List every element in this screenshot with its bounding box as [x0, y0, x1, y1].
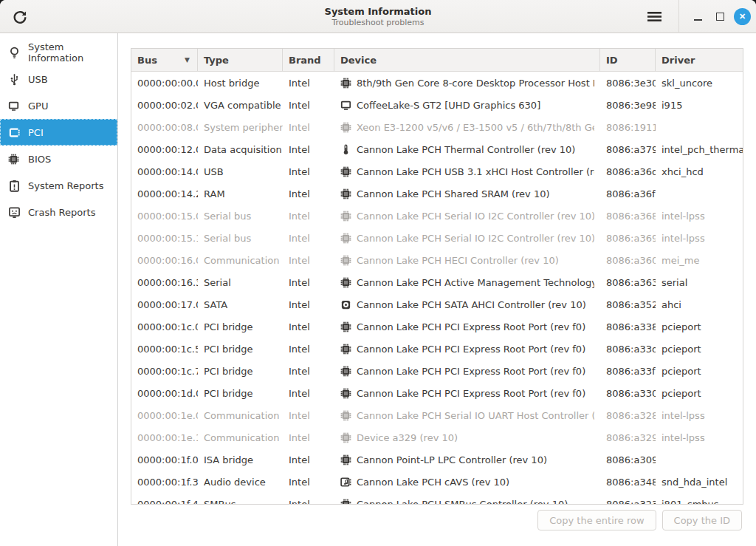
sidebar-item-crash-reports[interactable]: Crash Reports	[0, 199, 117, 225]
cell-type: Communication	[198, 249, 283, 271]
cell-driver: intel-lpss	[656, 227, 743, 249]
content-area: Bus ▼ Type Brand Device ID Driver 0000:0…	[118, 33, 756, 546]
cell-driver: pcieport	[656, 315, 743, 338]
cell-type: Serial bus	[198, 227, 283, 249]
cell-bus: 0000:00:1e.0	[131, 404, 198, 426]
cell-type: PCI bridge	[198, 360, 283, 382]
cell-id: 8086:1911	[600, 116, 656, 138]
cell-bus: 0000:00:15.1	[131, 227, 198, 249]
table-row[interactable]: 0000:00:02.0 VGA compatible Intel Coffee…	[131, 94, 743, 116]
table-row[interactable]: 0000:00:1e.1 Communication Intel Device …	[131, 426, 743, 448]
table-row[interactable]: 0000:00:1f.3 Audio device Intel Cannon L…	[131, 471, 743, 493]
cell-brand: Intel	[283, 72, 334, 94]
close-button[interactable]: ✕	[734, 8, 751, 25]
copy-id-button[interactable]: Copy the ID	[662, 510, 742, 530]
table-row[interactable]: 0000:00:1d.0 PCI bridge Intel Cannon Lak…	[131, 382, 743, 404]
cell-id: 8086:a348	[600, 471, 656, 493]
table-row[interactable]: 0000:00:1e.0 Communication Intel Cannon …	[131, 404, 743, 426]
menu-button[interactable]	[640, 4, 668, 28]
cell-brand: Intel	[283, 227, 334, 249]
cell-bus: 0000:00:1f.4	[131, 493, 198, 505]
footer-actions: Copy the entire row Copy the ID	[537, 510, 742, 530]
maximize-icon	[716, 13, 724, 21]
cell-bus: 0000:00:1c.5	[131, 338, 198, 360]
cell-id: 8086:a328	[600, 404, 656, 426]
cell-driver: pcieport	[656, 338, 743, 360]
cell-bus: 0000:00:1c.7	[131, 360, 198, 382]
chip-icon	[340, 277, 351, 288]
cell-device: Cannon Lake PCH PCI Express Root Port (r…	[334, 338, 600, 360]
sidebar-item-pci[interactable]: PCI	[0, 119, 117, 146]
sidebar-item-label: BIOS	[28, 154, 51, 165]
cell-device: CoffeeLake-S GT2 [UHD Graphics 630]	[334, 94, 600, 116]
cell-bus: 0000:00:14.2	[131, 182, 198, 205]
cell-id: 8086:a363	[600, 271, 656, 293]
cell-brand: Intel	[283, 182, 334, 205]
cell-id: 8086:a379	[600, 138, 656, 160]
table-row[interactable]: 0000:00:17.0 SATA Intel Cannon Lake PCH …	[131, 293, 743, 315]
column-header-type[interactable]: Type	[198, 49, 283, 71]
table-row[interactable]: 0000:00:1c.7 PCI bridge Intel Cannon Lak…	[131, 360, 743, 382]
table-row[interactable]: 0000:00:1f.0 ISA bridge Intel Cannon Poi…	[131, 448, 743, 471]
cell-device: Cannon Lake PCH PCI Express Root Port (r…	[334, 315, 600, 338]
cell-id: 8086:a36d	[600, 160, 656, 182]
refresh-button[interactable]	[9, 6, 31, 28]
minimize-icon	[694, 19, 702, 21]
cell-brand: Intel	[283, 271, 334, 293]
display-icon	[8, 100, 21, 112]
table-row[interactable]: 0000:00:1c.5 PCI bridge Intel Cannon Lak…	[131, 338, 743, 360]
chip-icon	[340, 166, 351, 177]
table-row[interactable]: 0000:00:12.0 Data acquisition Intel Cann…	[131, 138, 743, 160]
table-row[interactable]: 0000:00:16.3 Serial Intel Cannon Lake PC…	[131, 271, 743, 293]
cell-device: Cannon Lake PCH cAVS (rev 10)	[334, 471, 600, 493]
sidebar: System Information USB GPU PCI BIOS Syst…	[0, 33, 118, 546]
column-header-id[interactable]: ID	[600, 49, 656, 71]
table-row[interactable]: 0000:00:1c.0 PCI bridge Intel Cannon Lak…	[131, 315, 743, 338]
cell-type: System peripheral	[198, 116, 283, 138]
table-row[interactable]: 0000:00:15.1 Serial bus Intel Cannon Lak…	[131, 227, 743, 249]
cell-device: Cannon Lake PCH SATA AHCI Controller (re…	[334, 293, 600, 315]
sidebar-item-gpu[interactable]: GPU	[0, 92, 117, 119]
cell-brand: Intel	[283, 138, 334, 160]
table-row[interactable]: 0000:00:08.0 System peripheral Intel Xeo…	[131, 116, 743, 138]
headerbar: System Information Troubleshoot problems	[0, 0, 756, 33]
maximize-button[interactable]	[709, 5, 731, 27]
window-title: System Information	[325, 6, 432, 17]
sidebar-item-bios[interactable]: BIOS	[0, 146, 117, 172]
sidebar-item-system-reports[interactable]: System Reports	[0, 172, 117, 199]
crash-screen-icon	[8, 206, 21, 219]
table-row[interactable]: 0000:00:15.0 Serial bus Intel Cannon Lak…	[131, 205, 743, 227]
cell-brand: Intel	[283, 94, 334, 116]
sidebar-item-usb[interactable]: USB	[0, 66, 117, 92]
cell-brand: Intel	[283, 471, 334, 493]
table-row[interactable]: 0000:00:00.0 Host bridge Intel 8th/9th G…	[131, 72, 743, 94]
table-row[interactable]: 0000:00:14.2 RAM Intel Cannon Lake PCH S…	[131, 182, 743, 205]
cell-bus: 0000:00:12.0	[131, 138, 198, 160]
cell-bus: 0000:00:1d.0	[131, 382, 198, 404]
close-icon: ✕	[739, 13, 746, 21]
chip-icon	[340, 499, 351, 505]
cell-type: PCI bridge	[198, 382, 283, 404]
sidebar-item-system-information[interactable]: System Information	[0, 39, 117, 66]
cell-device: Device a329 (rev 10)	[334, 426, 600, 448]
column-header-bus[interactable]: Bus ▼	[131, 49, 198, 71]
copy-entire-row-button[interactable]: Copy the entire row	[537, 510, 656, 530]
chip-icon	[340, 122, 351, 133]
chip-icon	[340, 410, 351, 421]
minimize-button[interactable]	[687, 5, 709, 27]
pci-card-icon	[8, 126, 21, 139]
cell-bus: 0000:00:1e.1	[131, 426, 198, 448]
table-row[interactable]: 0000:00:1f.4 SMBus Intel Cannon Lake PCH…	[131, 493, 743, 505]
column-header-device[interactable]: Device	[334, 49, 600, 71]
cell-bus: 0000:00:00.0	[131, 72, 198, 94]
cell-bus: 0000:00:17.0	[131, 293, 198, 315]
table-row[interactable]: 0000:00:14.0 USB Intel Cannon Lake PCH U…	[131, 160, 743, 182]
column-header-driver[interactable]: Driver	[656, 49, 743, 71]
table-row[interactable]: 0000:00:16.0 Communication Intel Cannon …	[131, 249, 743, 271]
column-header-brand[interactable]: Brand	[283, 49, 334, 71]
cell-type: Host bridge	[198, 72, 283, 94]
cell-bus: 0000:00:02.0	[131, 94, 198, 116]
cell-driver: xhci_hcd	[656, 160, 743, 182]
cell-brand: Intel	[283, 404, 334, 426]
cell-device: Cannon Lake PCH Serial IO UART Host Cont…	[334, 404, 600, 426]
